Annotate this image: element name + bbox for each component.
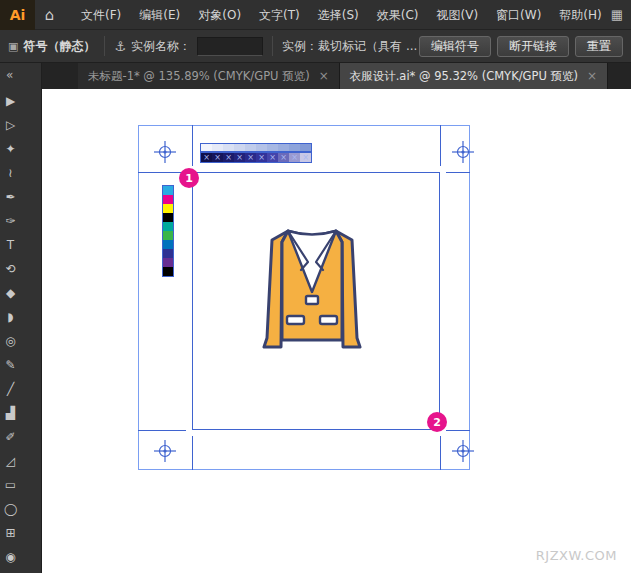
menu-effect[interactable]: 效果(C): [368, 0, 428, 30]
tools-panel: « ▶▷✦≀✒✑T⟲◆◗◎✎╱▟✐◿▭◯⊞◉◍▣◠▱✂✄◈✳▦▨△▢✕☛■□▩◐: [0, 63, 42, 573]
rectangle-tool[interactable]: ▭: [0, 473, 21, 497]
divider: [272, 36, 273, 56]
menu-file[interactable]: 文件(F): [72, 0, 130, 30]
crop-mark-line: [192, 436, 193, 470]
tab-close-icon[interactable]: ×: [587, 69, 597, 83]
document-tab-bar: 未标题-1* @ 135.89% (CMYK/GPU 预览)×衣服设计.ai* …: [42, 63, 631, 89]
registration-mark: [452, 141, 474, 163]
scale-tool[interactable]: ◿: [0, 449, 21, 473]
color-patch: [163, 195, 173, 204]
annotation-badge-2: 2: [427, 412, 447, 432]
registration-swatch: ×: [256, 153, 267, 162]
shape-builder-tool[interactable]: ◍: [0, 569, 21, 573]
registration-color-bar: ××××××××××: [200, 152, 312, 163]
symbol-instance-icon: ⚓: [114, 39, 126, 54]
tab-label: 衣服设计.ai* @ 95.32% (CMYK/GPU 预览): [350, 69, 578, 84]
cmyk-color-bar: [162, 185, 174, 277]
tab-bar-spacer: [42, 63, 78, 89]
document-canvas[interactable]: ×××××××××× 1 2 RJZXW.COM: [42, 89, 631, 573]
lasso-tool[interactable]: ≀: [0, 161, 21, 185]
crop-mark-line: [440, 436, 441, 470]
color-patch: [163, 231, 173, 240]
registration-swatch: ×: [300, 153, 311, 162]
color-patch: [163, 186, 173, 195]
tint-color-bar: [200, 143, 312, 152]
registration-mark: [154, 141, 176, 163]
column-graph-tool[interactable]: ▟: [0, 401, 21, 425]
registration-mark: [452, 440, 474, 462]
edit-symbol-button[interactable]: 编辑符号: [419, 36, 491, 57]
zoom-tool[interactable]: ◎: [0, 329, 21, 353]
tint-swatch: [234, 144, 245, 151]
pen-tool[interactable]: ✒: [0, 185, 21, 209]
tab-label: 未标题-1* @ 135.89% (CMYK/GPU 预览): [88, 69, 310, 84]
color-patch: [163, 267, 173, 276]
polar-grid-tool[interactable]: ◉: [0, 545, 21, 569]
menu-bar: Ai ⌂ 文件(F)编辑(E)对象(O)文字(T)选择(S)效果(C)视图(V)…: [0, 0, 631, 30]
type-tool[interactable]: T: [0, 233, 21, 257]
menu-edit[interactable]: 编辑(E): [130, 0, 189, 30]
color-patch: [163, 240, 173, 249]
registration-swatch: ×: [223, 153, 234, 162]
tint-swatch: [267, 144, 278, 151]
registration-swatch: ×: [278, 153, 289, 162]
jacket-artwork[interactable]: [252, 226, 372, 362]
option-buttons: 编辑符号断开链接重置: [419, 36, 623, 57]
curvature-tool[interactable]: ✑: [0, 209, 21, 233]
jacket-left-pocket: [287, 316, 304, 324]
symbol-context-icon: ▣: [8, 40, 18, 53]
break-link-button[interactable]: 断开链接: [497, 36, 569, 57]
tint-swatch: [223, 144, 234, 151]
menu-view[interactable]: 视图(V): [428, 0, 488, 30]
illustrator-logo: Ai: [0, 0, 35, 30]
instance-name-input[interactable]: [197, 37, 263, 56]
context-label: 符号（静态）: [23, 38, 95, 55]
menu-object[interactable]: 对象(O): [189, 0, 250, 30]
crop-mark-line: [446, 172, 470, 173]
menu-window[interactable]: 窗口(W): [487, 0, 550, 30]
tint-swatch: [289, 144, 300, 151]
color-patch: [163, 258, 173, 267]
paintbrush-tool[interactable]: ✐: [0, 425, 21, 449]
selection-tool[interactable]: ▶: [0, 89, 21, 113]
tint-swatch: [256, 144, 267, 151]
tint-swatch: [245, 144, 256, 151]
crop-mark-line: [138, 430, 186, 431]
jacket-button: [306, 296, 318, 304]
registration-swatch: ×: [289, 153, 300, 162]
direct-selection-tool[interactable]: ▷: [0, 113, 21, 137]
tint-swatch: [278, 144, 289, 151]
home-icon[interactable]: ⌂: [35, 6, 64, 24]
document-tab-1[interactable]: 未标题-1* @ 135.89% (CMYK/GPU 预览)×: [78, 63, 340, 89]
document-column: 未标题-1* @ 135.89% (CMYK/GPU 预览)×衣服设计.ai* …: [42, 63, 631, 573]
workspace-switcher-icon[interactable]: ▦: [611, 7, 623, 22]
reset-button[interactable]: 重置: [575, 36, 623, 57]
registration-swatch: ×: [234, 153, 245, 162]
control-options-bar: ▣ 符号（静态） ⚓ 实例名称： 实例：裁切标记（具有 ... 编辑符号断开链接…: [0, 30, 631, 63]
toolbar-collapse-icon[interactable]: «: [0, 63, 41, 87]
menu-help[interactable]: 帮助(H): [550, 0, 610, 30]
tint-swatch: [201, 144, 212, 151]
magic-wand-tool[interactable]: ✦: [0, 137, 21, 161]
rotate-tool[interactable]: ⟲: [0, 257, 21, 281]
tabs: 未标题-1* @ 135.89% (CMYK/GPU 预览)×衣服设计.ai* …: [78, 63, 608, 89]
eyedropper-tool[interactable]: ◗: [0, 305, 21, 329]
crop-mark-line: [192, 125, 193, 166]
ellipse-tool[interactable]: ◯: [0, 497, 21, 521]
tab-close-icon[interactable]: ×: [319, 69, 329, 83]
line-segment-tool[interactable]: ╱: [0, 377, 21, 401]
watermark-text: RJZXW.COM: [536, 548, 617, 563]
registration-swatch: ×: [201, 153, 212, 162]
menu-type[interactable]: 文字(T): [250, 0, 309, 30]
pencil-tool[interactable]: ✎: [0, 353, 21, 377]
crop-mark-line: [440, 125, 441, 166]
rectangular-grid-tool[interactable]: ⊞: [0, 521, 21, 545]
annotation-badge-1: 1: [179, 168, 199, 188]
registration-swatch: ×: [267, 153, 278, 162]
menu-select[interactable]: 选择(S): [309, 0, 368, 30]
color-patch: [163, 222, 173, 231]
color-patch: [163, 204, 173, 213]
eraser-tool[interactable]: ◆: [0, 281, 21, 305]
crop-mark-line: [138, 172, 186, 173]
document-tab-2[interactable]: 衣服设计.ai* @ 95.32% (CMYK/GPU 预览)×: [340, 63, 608, 89]
